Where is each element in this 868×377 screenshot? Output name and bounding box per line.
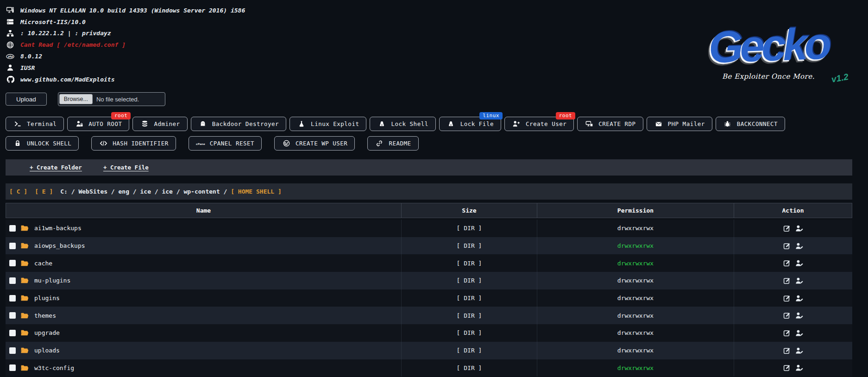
toolbar-button-backdoor-destroyer[interactable]: Backdoor Destroyer	[191, 117, 286, 131]
toolbar-button-label: BACKCONNECT	[737, 120, 778, 127]
edit-icon[interactable]	[783, 329, 791, 337]
file-name-link[interactable]: upgrade	[34, 329, 60, 336]
breadcrumb-separator: /	[220, 188, 231, 195]
toolbar-button-unlock-shell[interactable]: UNLOCK SHELL	[6, 136, 79, 151]
toolbar-button-create-wp-user[interactable]: CREATE WP USER	[274, 136, 355, 151]
breadcrumb-segment-eng[interactable]: eng	[119, 188, 129, 195]
table-row-themes: themes[ DIR ]drwxrwxrwx	[6, 307, 852, 324]
size-value: [ DIR ]	[457, 312, 482, 319]
user-edit-icon[interactable]	[795, 225, 804, 232]
create-bar: + Create Folder + Create File	[6, 159, 852, 176]
toolbar-button-label: Lock Shell	[391, 120, 428, 127]
size-cell: [ DIR ]	[402, 254, 537, 272]
table-row-aiowps-backups: aiowps_backups[ DIR ]drwxrwxrwx	[6, 237, 852, 255]
row-checkbox[interactable]	[9, 364, 16, 371]
dns-error-row: Cant Read [ /etc/named.conf ]	[6, 39, 245, 50]
toolbar-button-auto-root[interactable]: AUTO ROOTroot	[67, 117, 129, 131]
user-edit-icon[interactable]	[795, 242, 804, 250]
create-file-link[interactable]: + Create File	[103, 164, 149, 171]
upload-row: Upload Browse... No file selected.	[6, 92, 165, 106]
row-checkbox[interactable]	[9, 243, 16, 249]
file-name-link[interactable]: themes	[34, 312, 56, 319]
file-name-link[interactable]: aiowps_backups	[34, 242, 85, 249]
user-edit-icon[interactable]	[795, 347, 804, 354]
row-checkbox[interactable]	[9, 347, 16, 354]
row-checkbox[interactable]	[9, 277, 16, 284]
toolbar-button-php-mailer[interactable]: PHP Mailer	[647, 117, 712, 131]
home-shell-button[interactable]: [ HOME SHELL ]	[231, 188, 282, 195]
edit-icon[interactable]	[783, 277, 791, 284]
breadcrumb-segment-ice[interactable]: ice	[162, 188, 172, 195]
user-edit-icon[interactable]	[795, 312, 804, 319]
row-checkbox[interactable]	[9, 260, 16, 266]
network-info-row: : 10.222.1.2 | : privdayz	[6, 28, 245, 39]
file-input[interactable]: Browse... No file selected.	[58, 92, 165, 106]
breadcrumb-segment-c-[interactable]: C:	[60, 188, 68, 195]
user-edit-icon[interactable]	[795, 277, 804, 284]
edit-icon[interactable]	[783, 259, 791, 267]
toolbar-button-adminer[interactable]: Adminer	[132, 117, 187, 131]
toolbar-button-cpanel-reset[interactable]: cPanelCPANEL RESET	[189, 136, 262, 151]
logo-title: Gecko	[686, 20, 850, 70]
github-link-row[interactable]: www.github.com/MadExploits	[6, 74, 245, 85]
toolbar-button-linux-exploit[interactable]: Linux Exploit	[289, 117, 366, 131]
size-cell: [ DIR ]	[402, 359, 537, 377]
file-name-link[interactable]: cache	[34, 260, 52, 267]
file-name-link[interactable]: w3tc-config	[34, 364, 74, 371]
rdp-icon	[585, 120, 594, 127]
drive-c-button[interactable]: [ C ]	[9, 188, 27, 195]
file-name-link[interactable]: mu-plugins	[34, 277, 70, 284]
toolbar-row-1: TerminalAUTO ROOTrootAdminerBackdoor Des…	[6, 117, 785, 131]
row-checkbox[interactable]	[9, 295, 16, 302]
upload-button[interactable]: Upload	[6, 93, 47, 106]
bug-icon	[723, 120, 732, 127]
user-edit-icon[interactable]	[795, 259, 804, 267]
toolbar-button-readme[interactable]: README	[367, 136, 418, 151]
toolbar-button-create-rdp[interactable]: CREATE RDP	[577, 117, 643, 131]
gecko-logo: Gecko v1.2 Be Exploiter Once More.	[687, 23, 849, 81]
action-cell	[734, 289, 852, 307]
toolbar-button-label: Linux Exploit	[311, 120, 359, 127]
browse-button[interactable]: Browse...	[59, 94, 93, 104]
toolbar-button-create-user[interactable]: Create Userroot	[504, 117, 574, 131]
permission-value: drwxrwxrwx	[617, 347, 654, 354]
toolbar-button-lock-shell[interactable]: Lock Shell	[370, 117, 435, 131]
action-cell	[734, 254, 852, 272]
toolbar-button-label: Create User	[526, 120, 566, 127]
svg-text:php: php	[7, 55, 13, 58]
file-name-link[interactable]: ai1wm-backups	[34, 225, 82, 232]
edit-icon[interactable]	[783, 225, 791, 232]
action-cell	[734, 359, 852, 377]
breadcrumb-segment-ice[interactable]: ice	[140, 188, 151, 195]
github-link-text: www.github.com/MadExploits	[20, 76, 115, 83]
edit-icon[interactable]	[783, 364, 791, 371]
user-edit-icon[interactable]	[795, 295, 804, 302]
permission-cell: drwxrwxrwx	[537, 307, 734, 324]
current-user-text: IUSR	[20, 64, 35, 71]
edit-icon[interactable]	[783, 242, 791, 250]
size-value: [ DIR ]	[457, 225, 482, 232]
edit-icon[interactable]	[783, 347, 791, 354]
create-folder-link[interactable]: + Create Folder	[30, 164, 82, 171]
breadcrumb-segment-websites[interactable]: WebSites	[78, 188, 107, 195]
row-checkbox[interactable]	[9, 312, 16, 319]
row-checkbox[interactable]	[9, 225, 16, 232]
permission-value: drwxrwxrwx	[617, 295, 654, 302]
user-edit-icon[interactable]	[795, 329, 804, 337]
toolbar-button-hash-identifier[interactable]: HASH IDENTIFIER	[91, 136, 176, 151]
toolbar-button-lock-file[interactable]: Lock Filelinux	[439, 117, 501, 131]
toolbar-button-terminal[interactable]: Terminal	[6, 117, 64, 131]
row-checkbox[interactable]	[9, 330, 16, 336]
file-name-link[interactable]: plugins	[34, 295, 60, 302]
user-edit-icon[interactable]	[795, 364, 804, 371]
logo-tagline: Be Exploiter Once More.	[687, 72, 849, 81]
breadcrumb-segment-wp-content[interactable]: wp-content	[183, 188, 220, 195]
webserver-info-row: Microsoft-IIS/10.0	[6, 16, 245, 28]
folder-icon	[20, 346, 30, 354]
toolbar-button-backconnect[interactable]: BACKCONNECT	[716, 117, 785, 131]
user-lock-icon	[75, 120, 84, 127]
edit-icon[interactable]	[783, 295, 791, 302]
edit-icon[interactable]	[783, 312, 791, 319]
drive-e-button[interactable]: [ E ]	[35, 188, 53, 195]
file-name-link[interactable]: uploads	[34, 347, 60, 354]
